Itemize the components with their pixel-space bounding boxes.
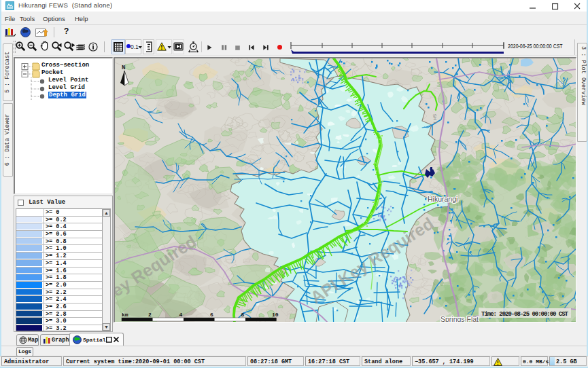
svg-text:Time: 2020-08-25 00:00:00 CST: Time: 2020-08-25 00:00:00 CST: [481, 311, 569, 318]
svg-text:Hikurangi: Hikurangi: [428, 195, 457, 203]
svg-text:2: 2: [148, 312, 152, 318]
svg-text:N: N: [122, 65, 125, 71]
svg-text:6: 6: [210, 312, 213, 318]
svg-text:8: 8: [241, 312, 245, 318]
svg-text:10: 10: [272, 312, 279, 318]
svg-text:Springs Flat: Springs Flat: [440, 315, 479, 323]
svg-text:SH 1: SH 1: [432, 113, 438, 124]
svg-text:km: km: [122, 312, 128, 318]
svg-text:4: 4: [179, 312, 183, 318]
